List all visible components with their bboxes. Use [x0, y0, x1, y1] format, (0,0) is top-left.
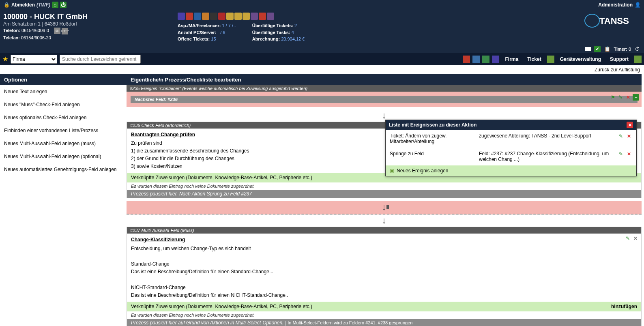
tool-icon-1[interactable] [178, 13, 185, 20]
delete-icon[interactable]: ✕ [626, 133, 632, 139]
stats-col-2: Überfällige Tickets: 2 Überfällige Tasks… [252, 22, 305, 43]
tool-icon-6[interactable] [218, 13, 225, 20]
company-address: Am Schatzborn 1 | 64380 Roßdorf [3, 21, 165, 27]
event-row: Springe zu Feld Feld: #237: #237 Change-… [386, 148, 636, 165]
close-icon[interactable]: ✕ [627, 122, 633, 128]
tool-icon-9[interactable] [243, 13, 250, 20]
block-237-lead: Change-Klassifizierung [131, 236, 637, 244]
stat-value: 20.904,12 € [281, 36, 305, 41]
tool-icon-10[interactable] [251, 13, 258, 20]
nav-icon-6[interactable] [634, 56, 642, 63]
tel-value: 06154/6006-0 [21, 28, 49, 33]
nav-ticket[interactable]: Ticket [524, 56, 544, 62]
logout-link[interactable]: Abmelden [11, 2, 35, 8]
block-237-subhead: Standard-Change [131, 260, 637, 268]
sidebar-item-multi-opt[interactable]: Neues Multi-Auswahl-Feld anlegen (option… [0, 150, 127, 163]
sidebar-item-new-must-check[interactable]: Neues "Muss"-Check-Feld anlegen [0, 98, 127, 111]
nav-icon-1[interactable] [463, 56, 470, 63]
block-237-pause: Prozess pausiert hier auf Grund von Akti… [127, 319, 641, 326]
add-icon: ▣ [390, 168, 394, 174]
topbar: 🔒 Abmelden (TWF) ⌂ ⏻ Administration 👤 [0, 0, 644, 9]
nav-support[interactable]: Support [607, 56, 632, 62]
stats-col-1: Asp./MA/Freelancer: 1 / 7 / - Anzahl PC/… [178, 22, 236, 43]
check-icon[interactable]: ✔ [594, 46, 601, 52]
delete-icon[interactable]: ✕ [632, 235, 639, 242]
home-icon[interactable]: ⌂ [52, 2, 58, 8]
pause-text: Prozess pausiert hier auf Grund von Akti… [131, 320, 283, 326]
stat-value: 4 [292, 30, 294, 35]
sidebar-header: Optionen [0, 74, 127, 85]
search-input[interactable] [60, 55, 141, 64]
nav-geraete[interactable]: Geräteverwaltung [557, 56, 604, 62]
delete-icon[interactable]: ✕ [625, 94, 631, 101]
stat-label: Abrechnung: [252, 36, 280, 41]
nav-icon-2[interactable] [472, 56, 480, 63]
timer-value: 0 [629, 47, 631, 51]
star-icon[interactable]: ★ [2, 55, 8, 63]
new-event-link[interactable]: ▣ Neues Ereignis anlegen [386, 165, 636, 176]
tool-icon-8[interactable] [234, 13, 242, 20]
sidebar-item-new-text[interactable]: Neuen Text anlegen [0, 85, 127, 98]
nav-firma[interactable]: Firma [502, 56, 522, 62]
stat-label: Überfällige Tickets: [252, 23, 293, 28]
nav-icon-5[interactable] [547, 56, 554, 63]
administration-link[interactable]: Administration [598, 2, 633, 8]
power-icon[interactable]: ⏻ [60, 2, 67, 8]
tool-icon-4[interactable] [202, 13, 209, 20]
block-236-pause: Prozess pausiert hier. Nach Aktion Sprun… [127, 190, 641, 198]
tool-icon-5[interactable] [210, 13, 217, 20]
user-code: (TWF) [36, 2, 50, 8]
tool-icon-12[interactable] [267, 13, 274, 20]
tool-icon-11[interactable] [259, 13, 266, 20]
lock-icon: 🔒 [3, 2, 10, 8]
flag-icon[interactable]: ⚑ [610, 94, 616, 101]
cal-icon[interactable]: 📋 [604, 46, 610, 52]
company-title: 100000 - HUCK IT GmbH [3, 13, 165, 21]
sidebar-item-include-list[interactable]: Einbinden einer vorhandenen Liste/Prozes… [0, 124, 127, 137]
edit-icon[interactable]: ✎ [625, 235, 631, 242]
fax-label: Telefax: [3, 35, 20, 40]
nav-icon-4[interactable] [492, 56, 499, 63]
block-237-title: #237 Multi-Auswahl-Feld (Muss) [127, 227, 641, 234]
block-235-next: Nächstes Feld: #236 [131, 96, 638, 103]
fax-value: 06154/6006-20 [21, 35, 51, 40]
arrow-separator: ↓ [127, 214, 642, 227]
svg-text:TANSS: TANSS [599, 16, 629, 26]
stat-label: Offene Tickets: [178, 36, 210, 41]
tool-icon-7[interactable] [226, 13, 234, 20]
search-scope-select[interactable]: Firma [11, 55, 57, 64]
linked-assign-label: Verknüpfte Zuweisungen (Dokumente, Knowl… [131, 304, 312, 309]
edit-icon[interactable]: ✎ [617, 94, 624, 101]
block-237-line: Entscheidung, um welchen Change-Typ es s… [131, 245, 637, 253]
tel-label: Telefon: [3, 28, 20, 33]
event-detail: zugewiesene Abteilung: TANSS - 2nd Level… [479, 133, 610, 139]
edit-icon[interactable]: ✎ [618, 151, 624, 157]
collapse-icon[interactable]: − [633, 94, 639, 101]
tool-icon-2[interactable] [186, 13, 193, 20]
http-icon[interactable]: HTTP [62, 28, 68, 34]
sidebar-item-multi-must[interactable]: Neues Multi-Auswahl-Feld anlegen (muss) [0, 137, 127, 150]
event-detail: Feld: #237: #237 Change-Klassifizierung … [479, 151, 610, 162]
block-235: #235 Ereignis-"Container" (Events welche… [127, 85, 642, 107]
mail-icon[interactable]: ✉ [54, 28, 60, 34]
header-icon-row [178, 13, 305, 20]
delete-icon[interactable]: ✕ [626, 151, 632, 157]
tool-icon-3[interactable] [194, 13, 201, 20]
sidebar-item-new-opt-check[interactable]: Neues optionales Check-Feld anlegen [0, 111, 127, 124]
back-to-list-link[interactable]: Zurück zur Auflistung [595, 67, 640, 73]
sidebar-item-auto-approve[interactable]: Neues automatisiertes Genehmigungs-Feld … [0, 163, 127, 176]
block-237-line: Das ist eine Beschreibung/Definition für… [131, 268, 637, 276]
linked-assign-label: Verknüpfte Zuweisungen (Dokumente, Knowl… [131, 175, 312, 180]
edit-icon[interactable]: ✎ [618, 133, 624, 139]
svg-point-0 [585, 14, 599, 27]
main: Eigentliche/n Prozess/Checkliste bearbei… [127, 74, 644, 326]
backlink-row: Zurück zur Auflistung [0, 65, 644, 74]
user-icon: 👤 [634, 2, 641, 8]
navbar: ★ Firma Firma Ticket Geräteverwaltung Su… [0, 53, 644, 65]
timer-icon[interactable]: ⏱ [634, 46, 641, 52]
block-237-line: Das ist eine Beschreibung/Definition für… [131, 292, 637, 299]
nav-icon-3[interactable] [482, 56, 489, 63]
add-link[interactable]: hinzufügen [611, 304, 637, 309]
main-header: Eigentliche/n Prozess/Checkliste bearbei… [127, 74, 642, 85]
flag-white-icon[interactable] [585, 47, 591, 51]
